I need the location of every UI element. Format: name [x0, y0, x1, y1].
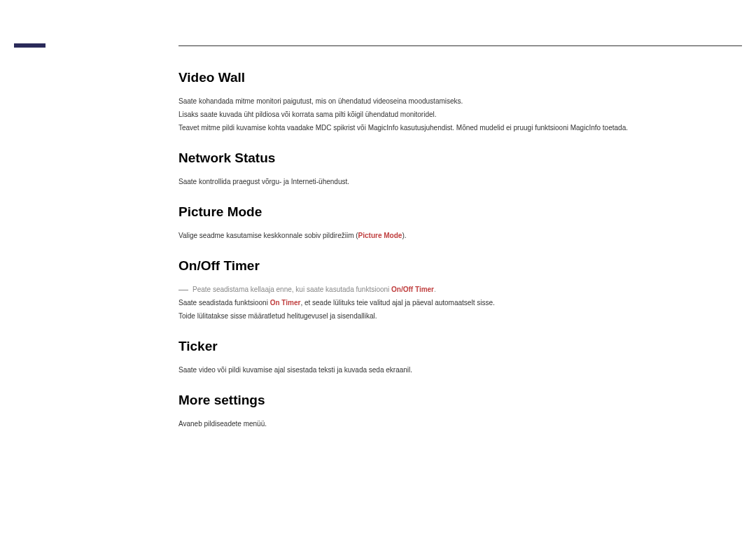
note-dash-icon: ― — [178, 284, 188, 294]
text: Saate seadistada funktsiooni — [178, 299, 270, 307]
paragraph: Saate kontrollida praegust võrgu- ja Int… — [178, 176, 728, 188]
text: ). — [402, 232, 406, 239]
note-text: Peate seadistama kellaaja enne, kui saat… — [192, 283, 436, 295]
highlight-text: On Timer — [270, 299, 301, 307]
text: , et seade lülituks teie valitud ajal ja… — [300, 299, 494, 307]
note-row: ― Peate seadistama kellaaja enne, kui sa… — [178, 283, 728, 295]
heading-on-off-timer: On/Off Timer — [178, 258, 728, 274]
text: . — [434, 286, 436, 293]
heading-more-settings: More settings — [178, 393, 728, 408]
paragraph: Saate seadistada funktsiooni On Timer, e… — [178, 297, 728, 309]
paragraph: Saate video või pildi kuvamise ajal sise… — [178, 364, 728, 376]
accent-bar — [14, 43, 46, 48]
paragraph: Lisaks saate kuvada üht pildiosa või kor… — [178, 108, 728, 120]
paragraph: Avaneb pildiseadete menüü. — [178, 418, 728, 430]
paragraph: Teavet mitme pildi kuvamise kohta vaadak… — [178, 122, 728, 134]
horizontal-rule — [178, 45, 742, 46]
text: Peate seadistama kellaaja enne, kui saat… — [192, 286, 391, 293]
text: Valige seadme kasutamise keskkonnale sob… — [178, 232, 358, 239]
highlight-text: Picture Mode — [358, 232, 402, 239]
paragraph: Saate kohandada mitme monitori paigutust… — [178, 95, 728, 107]
paragraph: Valige seadme kasutamise keskkonnale sob… — [178, 230, 728, 241]
heading-ticker: Ticker — [178, 339, 728, 354]
paragraph: Toide lülitatakse sisse määratletud heli… — [178, 310, 728, 322]
highlight-text: On/Off Timer — [391, 286, 434, 293]
main-content: Video Wall Saate kohandada mitme monitor… — [178, 70, 728, 431]
heading-video-wall: Video Wall — [178, 70, 728, 85]
heading-network-status: Network Status — [178, 150, 728, 166]
heading-picture-mode: Picture Mode — [178, 204, 728, 220]
